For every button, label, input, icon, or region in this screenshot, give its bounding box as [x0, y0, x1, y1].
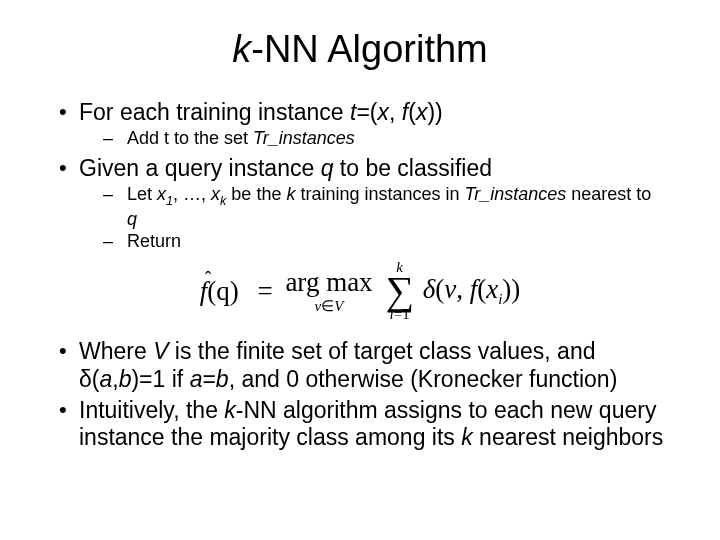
bullet-2b: Return [79, 231, 665, 252]
b1a-pre: Add t to the set [127, 128, 253, 148]
formula-sigma-symbol: ∑ [385, 273, 414, 309]
title-k: k [232, 28, 251, 70]
b2a-x1: x [157, 184, 166, 204]
bullet-2-sub: Let x1, …, xk be the k training instance… [79, 184, 665, 252]
slide-title: k-NN Algorithm [55, 28, 665, 71]
b2a-mid1: , …, [173, 184, 211, 204]
b3-a2: a [190, 366, 203, 392]
b4-pre: Intuitively, the [79, 397, 224, 423]
b1-mid2: , [389, 99, 402, 125]
slide: k-NN Algorithm For each training instanc… [0, 0, 720, 540]
b4-k2: k [461, 424, 473, 450]
formula-lhs: ˆ f(q) [200, 276, 239, 307]
bullet-list: For each training instance t=(x, f(x)) A… [55, 99, 665, 252]
b1-x2: x [416, 99, 428, 125]
formula-open2: ( [477, 274, 486, 304]
b1-mid1: =( [356, 99, 377, 125]
formula-sigma: k ∑ i=1 [385, 260, 414, 322]
bullet-1-sub: Add t to the set Tr_instances [79, 128, 665, 149]
b3-a: a [99, 366, 112, 392]
b2a-pre: Let [127, 184, 157, 204]
b3-mid4: = [202, 366, 215, 392]
b3-V: V [153, 338, 168, 364]
b2-q: q [321, 155, 334, 181]
bullet-2: Given a query instance q to be classifie… [55, 155, 665, 252]
b1-text-pre: For each training instance [79, 99, 350, 125]
formula-fq: (q) [207, 276, 238, 306]
bullet-2a: Let x1, …, xk be the k training instance… [79, 184, 665, 230]
b2a-sub1: 1 [166, 194, 173, 208]
formula-rhs: δ(v, f(xi)) [423, 274, 521, 308]
bullet-3: Where V is the finite set of target clas… [55, 338, 665, 392]
formula-comma: , [456, 274, 470, 304]
b2a-set: Tr_instances [465, 184, 567, 204]
b2a-xk: x [211, 184, 220, 204]
b1-mid3: ( [408, 99, 416, 125]
b1a-set: Tr_instances [253, 128, 355, 148]
formula-close: )) [502, 274, 520, 304]
formula-delta: δ [423, 274, 436, 304]
b1-end: )) [427, 99, 442, 125]
b2a-mid3: training instances in [295, 184, 464, 204]
bullet-4: Intuitively, the k-NN algorithm assigns … [55, 397, 665, 451]
b2-end: to be classified [333, 155, 492, 181]
formula-v: v [444, 274, 456, 304]
formula-rx: x [486, 274, 498, 304]
b3-b: b [119, 366, 132, 392]
bullet-1: For each training instance t=(x, f(x)) A… [55, 99, 665, 149]
b3-end: , and 0 otherwise (Kronecker function) [229, 366, 618, 392]
formula-open: ( [435, 274, 444, 304]
b1-x: x [378, 99, 390, 125]
formula: ˆ f(q) = arg max v∈V k ∑ i=1 δ(v, f(xi)) [55, 260, 665, 322]
b4-k: k [224, 397, 236, 423]
b3-mid3: )=1 if [131, 366, 189, 392]
formula-argmax-text: arg max [285, 267, 372, 298]
formula-hat: ˆ [205, 268, 212, 291]
formula-eq: = [257, 276, 272, 307]
formula-argmax: arg max v∈V [285, 267, 372, 315]
b2a-mid2: be the [226, 184, 286, 204]
b2b: Return [127, 231, 181, 251]
formula-argmax-sub: v∈V [285, 297, 372, 315]
b2a-q: q [127, 209, 137, 229]
b3-b2: b [216, 366, 229, 392]
b2a-mid4: nearest to [566, 184, 651, 204]
b3-pre: Where [79, 338, 153, 364]
b2-pre: Given a query instance [79, 155, 321, 181]
b4-end: nearest neighbors [473, 424, 664, 450]
title-rest: -NN Algorithm [251, 28, 488, 70]
bullet-list-2: Where V is the finite set of target clas… [55, 338, 665, 451]
formula-sigma-bot: i=1 [385, 307, 414, 322]
bullet-1a: Add t to the set Tr_instances [79, 128, 665, 149]
